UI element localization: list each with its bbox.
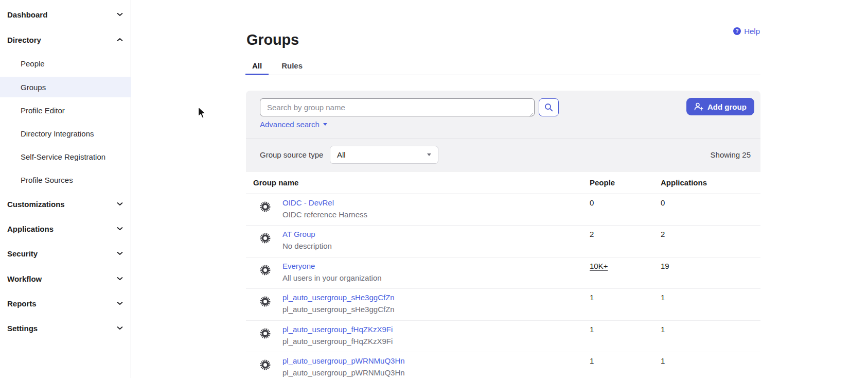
applications-count: 2 bbox=[661, 230, 665, 238]
people-count-link[interactable]: 10K+ bbox=[590, 262, 608, 270]
people-count: 2 bbox=[590, 230, 594, 238]
tab-bar: All Rules bbox=[245, 58, 309, 75]
chevron-down-icon bbox=[117, 277, 123, 281]
group-description: No description bbox=[282, 242, 332, 250]
search-input[interactable] bbox=[260, 98, 535, 116]
group-name-link[interactable]: pl_auto_usergroup_sHe3ggCfZn bbox=[282, 293, 395, 302]
applications-count: 0 bbox=[661, 198, 665, 207]
chevron-up-icon bbox=[117, 38, 123, 42]
applications-count: 1 bbox=[661, 325, 665, 334]
sidebar-item-directory-integrations[interactable]: Directory Integrations bbox=[0, 123, 131, 144]
page-title: Groups bbox=[246, 31, 299, 48]
sidebar-item-people[interactable]: People bbox=[0, 53, 131, 74]
table-row: pl_auto_usergroup_sHe3ggCfZn pl_auto_use… bbox=[246, 289, 760, 320]
table-row: OIDC - DevRel OIDC reference Harness 0 0 bbox=[246, 194, 760, 226]
people-count: 0 bbox=[590, 198, 594, 207]
applications-count: 1 bbox=[661, 293, 665, 302]
group-source-type-value: All bbox=[337, 150, 427, 159]
showing-count: Showing 25 bbox=[711, 150, 751, 159]
tab-all[interactable]: All bbox=[245, 58, 269, 75]
column-header-group-name: Group name bbox=[253, 178, 298, 187]
chevron-down-icon bbox=[117, 302, 123, 305]
group-icon bbox=[259, 264, 271, 276]
add-group-label: Add group bbox=[707, 102, 747, 111]
group-name-link[interactable]: pl_auto_usergroup_pWRNMuQ3Hn bbox=[282, 356, 405, 365]
search-button[interactable] bbox=[539, 98, 559, 116]
sidebar-item-reports[interactable]: Reports bbox=[0, 293, 131, 314]
group-name-link[interactable]: Everyone bbox=[282, 262, 315, 270]
tab-rules[interactable]: Rules bbox=[275, 58, 309, 75]
help-link[interactable]: ? Help bbox=[733, 27, 760, 36]
group-name-link[interactable]: OIDC - DevRel bbox=[282, 198, 334, 207]
help-icon: ? bbox=[733, 27, 741, 35]
applications-count: 19 bbox=[661, 262, 669, 270]
sidebar-item-dashboard[interactable]: Dashboard bbox=[0, 4, 131, 25]
sidebar-item-security[interactable]: Security bbox=[0, 243, 131, 264]
people-count: 1 bbox=[590, 325, 594, 334]
group-icon bbox=[259, 296, 271, 307]
group-description: OIDC reference Harness bbox=[282, 210, 367, 219]
sidebar-item-profile-sources[interactable]: Profile Sources bbox=[0, 169, 131, 190]
chevron-down-icon bbox=[117, 327, 123, 330]
chevron-down-icon bbox=[117, 202, 123, 206]
column-header-people: People bbox=[590, 178, 615, 187]
table-row: AT Group No description 2 2 bbox=[246, 226, 760, 257]
sidebar-item-profile-editor[interactable]: Profile Editor bbox=[0, 100, 131, 121]
sidebar-item-groups[interactable]: Groups bbox=[0, 77, 131, 97]
group-icon bbox=[259, 201, 271, 213]
group-description: pl_auto_usergroup_pWRNMuQ3Hn bbox=[282, 368, 405, 377]
chevron-down-icon bbox=[117, 13, 123, 16]
chevron-down-icon bbox=[117, 252, 123, 255]
sidebar-item-self-service-registration[interactable]: Self-Service Registration bbox=[0, 146, 131, 167]
table-header: Group name People Applications bbox=[246, 171, 760, 194]
add-group-button[interactable]: Add group bbox=[686, 98, 754, 115]
group-description: All users in your organization bbox=[282, 273, 382, 282]
sidebar-item-settings[interactable]: Settings bbox=[0, 318, 131, 338]
caret-down-icon bbox=[323, 123, 327, 126]
group-name-link[interactable]: AT Group bbox=[282, 230, 315, 238]
group-description: pl_auto_usergroup_sHe3ggCfZn bbox=[282, 305, 395, 314]
group-description: pl_auto_usergroup_fHqZKzX9Fi bbox=[282, 337, 393, 346]
card-divider bbox=[246, 138, 760, 139]
add-user-icon bbox=[694, 102, 703, 111]
group-source-type-select[interactable]: All bbox=[330, 146, 438, 164]
tabs-divider bbox=[247, 75, 760, 75]
caret-down-icon bbox=[427, 153, 431, 156]
table-row: Everyone All users in your organization … bbox=[246, 257, 760, 289]
advanced-search-link[interactable]: Advanced search bbox=[260, 120, 327, 129]
groups-table: Group name People Applications OIDC - De… bbox=[246, 171, 760, 378]
sidebar-item-applications[interactable]: Applications bbox=[0, 218, 131, 239]
group-source-type-label: Group source type bbox=[260, 150, 323, 159]
search-icon bbox=[544, 103, 553, 112]
applications-count: 1 bbox=[661, 356, 665, 365]
group-icon bbox=[259, 328, 271, 339]
sidebar-item-customizations[interactable]: Customizations bbox=[0, 194, 131, 214]
sidebar: Dashboard Directory People Groups Profil… bbox=[0, 0, 131, 378]
group-filter-card: Advanced search Add group Group source t… bbox=[246, 91, 760, 171]
sidebar-item-directory[interactable]: Directory bbox=[0, 29, 131, 50]
chevron-down-icon bbox=[117, 227, 123, 231]
people-count: 1 bbox=[590, 293, 594, 302]
table-row: pl_auto_usergroup_fHqZKzX9Fi pl_auto_use… bbox=[246, 321, 760, 352]
people-count: 1 bbox=[590, 356, 594, 365]
group-icon bbox=[259, 359, 271, 371]
help-label: Help bbox=[744, 27, 760, 36]
sidebar-item-workflow[interactable]: Workflow bbox=[0, 268, 131, 289]
column-header-applications: Applications bbox=[661, 178, 707, 187]
mouse-cursor bbox=[197, 106, 207, 122]
group-name-link[interactable]: pl_auto_usergroup_fHqZKzX9Fi bbox=[282, 325, 393, 334]
group-icon bbox=[259, 232, 271, 244]
table-row: pl_auto_usergroup_pWRNMuQ3Hn pl_auto_use… bbox=[246, 352, 760, 378]
